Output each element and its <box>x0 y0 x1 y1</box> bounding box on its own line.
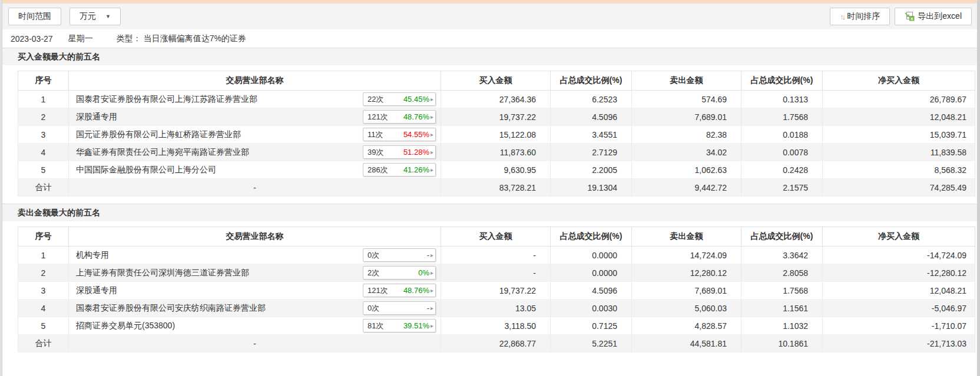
rank-cell: 4 <box>18 300 69 317</box>
buy-amount-cell: 15,122.08 <box>441 126 551 144</box>
times-badge[interactable]: 286次41.26%▸ <box>363 163 436 177</box>
times-count: 2次 <box>368 268 379 278</box>
table-row: 5 中国国际金融股份有限公司上海分公司 286次41.26%▸ 9,630.95… <box>18 161 975 179</box>
net-amount-cell: 8,568.32 <box>823 161 975 179</box>
times-pct: 51.28% <box>403 148 429 157</box>
buy-ratio-cell: 0.0030 <box>551 300 632 317</box>
unit-select[interactable]: 万元 ▼ <box>69 8 121 25</box>
table-row: 3 深股通专用 121次48.76%▸ 19,737.22 4.5096 7,6… <box>18 282 975 300</box>
rank-cell: 5 <box>18 317 69 335</box>
column-header-broker: 交易营业部名称 <box>69 227 441 247</box>
total-name-cell: - <box>69 179 441 197</box>
table-row: 5 招商证券交易单元(353800) 81次39.51%▸ 3,118.50 0… <box>18 317 975 335</box>
broker-cell: 中国国际金融股份有限公司上海分公司 286次41.26%▸ <box>69 161 441 179</box>
times-badge[interactable]: 121次48.76%▸ <box>363 110 436 124</box>
buy-table-wrap: 序号 交易营业部名称 买入金额 占总成交比例(%) 卖出金额 占总成交比例(%)… <box>0 65 980 204</box>
sell-amount-cell: 34.02 <box>632 144 741 161</box>
column-header-sell: 卖出金额 <box>632 227 741 247</box>
sell-ratio-cell: 0.1313 <box>741 91 823 108</box>
page: 时间范围 万元 ▼ ↑↓ 时间排序 x 导出到e <box>0 0 980 376</box>
time-range-button[interactable]: 时间范围 <box>8 8 61 25</box>
broker-cell: 华鑫证券有限责任公司上海宛平南路证券营业部 39次51.28%▸ <box>69 144 441 161</box>
table-row: 4 华鑫证券有限责任公司上海宛平南路证券营业部 39次51.28%▸ 11,87… <box>18 144 975 161</box>
times-count: 81次 <box>368 321 383 331</box>
broker-cell: 深股通专用 121次48.76%▸ <box>69 282 441 300</box>
sell-amount-cell: 5,060.03 <box>632 300 741 317</box>
sell-ratio-cell: 0.0188 <box>741 126 823 144</box>
sell-amount-cell: 82.38 <box>632 126 741 144</box>
broker-cell: 国泰君安证券股份有限公司安庆纺织南路证券营业部 0次-▸ <box>69 300 441 317</box>
broker-cell: 机构专用 0次-▸ <box>69 247 441 264</box>
buy-amount-cell: - <box>441 247 551 264</box>
sell-amount-cell: 14,724.09 <box>632 247 741 264</box>
badge-arrow-icon: ▸ <box>431 305 433 311</box>
time-sort-label: 时间排序 <box>847 11 880 22</box>
column-header-buy: 买入金额 <box>441 71 551 91</box>
sell-amount-cell: 7,689.01 <box>632 108 741 126</box>
sell-ratio-cell: 0.0078 <box>741 144 823 161</box>
broker-name: 深股通专用 <box>76 112 117 122</box>
column-header-rank: 序号 <box>18 71 69 91</box>
times-count: 121次 <box>368 285 388 296</box>
time-sort-button[interactable]: ↑↓ 时间排序 <box>830 8 890 25</box>
sell-ratio-cell: 3.3642 <box>741 247 823 264</box>
times-count: 286次 <box>368 165 388 175</box>
column-header-sell: 卖出金额 <box>632 71 741 91</box>
table-row: 1 国泰君安证券股份有限公司上海江苏路证券营业部 22次45.45%▸ 27,3… <box>18 91 975 108</box>
broker-name: 深股通专用 <box>76 285 117 296</box>
buy-amount-cell: - <box>441 264 551 282</box>
rank-cell: 2 <box>18 264 69 282</box>
times-badge[interactable]: 39次51.28%▸ <box>363 145 436 159</box>
net-amount-cell: -1,710.07 <box>823 317 975 335</box>
sell-ratio-cell: 0.2428 <box>741 161 823 179</box>
sell-amount-cell: 4,828.57 <box>632 317 741 335</box>
chevron-down-icon: ▼ <box>105 14 111 19</box>
svg-text:x: x <box>911 16 913 21</box>
weekday-text: 星期一 <box>68 34 93 44</box>
broker-name: 国泰君安证券股份有限公司上海江苏路证券营业部 <box>76 94 257 105</box>
sell-ratio-cell: 1.1561 <box>741 300 823 317</box>
net-amount-cell: -5,046.97 <box>823 300 975 317</box>
rank-cell: 1 <box>18 247 69 264</box>
buy-ratio-cell: 5.2251 <box>551 335 632 352</box>
broker-cell: 深股通专用 121次48.76%▸ <box>69 108 441 126</box>
times-badge[interactable]: 2次0%▸ <box>363 266 436 279</box>
right-edge-scrollbar[interactable] <box>977 0 980 376</box>
toolbar-right: ↑↓ 时间排序 x 导出到excel <box>830 8 974 25</box>
header-row: 序号 交易营业部名称 买入金额 占总成交比例(%) 卖出金额 占总成交比例(%)… <box>18 227 975 247</box>
badge-arrow-icon: ▸ <box>431 287 433 294</box>
broker-name: 华鑫证券有限责任公司上海宛平南路证券营业部 <box>76 147 249 158</box>
buy-section-title: 买入金额最大的前五名 <box>0 48 980 65</box>
times-badge[interactable]: 11次54.55%▸ <box>363 128 436 141</box>
total-name-cell: - <box>69 335 441 352</box>
buy-ratio-cell: 19.1304 <box>551 179 632 197</box>
net-amount-cell: -14,724.09 <box>823 247 975 264</box>
buy-amount-cell: 3,118.50 <box>441 317 551 335</box>
net-amount-cell: -12,280.12 <box>823 264 975 282</box>
broker-cell: 招商证券交易单元(353800) 81次39.51%▸ <box>69 317 441 335</box>
sort-arrows-icon: ↑↓ <box>840 12 844 21</box>
type-value: 当日涨幅偏离值达7%的证券 <box>144 34 246 44</box>
buy-ratio-cell: 3.4551 <box>551 126 632 144</box>
times-badge[interactable]: 0次-▸ <box>363 248 436 262</box>
broker-name: 上海证券有限责任公司深圳海德三道证券营业部 <box>76 268 249 278</box>
total-row: 合计 - 22,868.77 5.2251 44,581.81 10.1861 … <box>18 335 975 352</box>
times-badge[interactable]: 121次48.76%▸ <box>363 284 436 297</box>
times-badge[interactable]: 81次39.51%▸ <box>363 319 436 332</box>
times-count: 0次 <box>368 303 379 314</box>
table-row: 2 上海证券有限责任公司深圳海德三道证券营业部 2次0%▸ - 0.0000 1… <box>18 264 975 282</box>
buy-amount-cell: 11,873.60 <box>441 144 551 161</box>
times-count: 121次 <box>368 112 388 122</box>
buy-ratio-cell: 0.0000 <box>551 247 632 264</box>
net-amount-cell: -21,713.03 <box>823 335 975 352</box>
times-badge[interactable]: 0次-▸ <box>363 301 436 315</box>
times-badge[interactable]: 22次45.45%▸ <box>363 92 436 106</box>
column-header-sell-ratio: 占总成交比例(%) <box>741 227 823 247</box>
net-amount-cell: 26,789.67 <box>823 91 975 108</box>
export-excel-button[interactable]: x 导出到excel <box>895 8 972 25</box>
net-amount-cell: 12,048.21 <box>823 282 975 300</box>
total-label-cell: 合计 <box>18 335 69 352</box>
badge-arrow-icon: ▸ <box>431 131 433 138</box>
broker-cell: 国元证券股份有限公司上海虹桥路证券营业部 11次54.55%▸ <box>69 126 441 144</box>
column-header-buy: 买入金额 <box>441 227 551 247</box>
